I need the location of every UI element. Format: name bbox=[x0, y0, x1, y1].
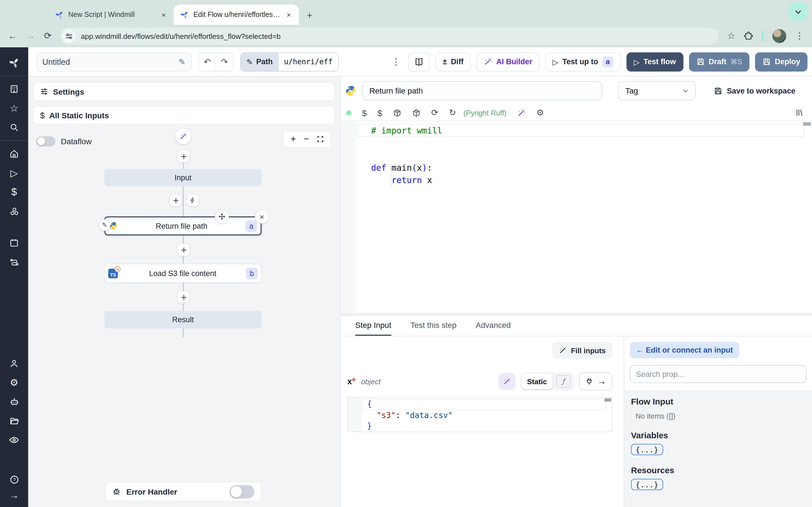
all-static-inputs-button[interactable]: $ All Static Inputs bbox=[33, 106, 335, 124]
undo-button[interactable]: ↶ bbox=[199, 53, 216, 71]
step-a-title: Return file path bbox=[118, 222, 245, 230]
refresh-assistants-icon[interactable]: ↻ bbox=[449, 108, 456, 118]
ai-fill-button[interactable] bbox=[498, 373, 515, 390]
save-to-workspace-button[interactable]: Save to workspace bbox=[714, 87, 795, 95]
delete-step-button[interactable]: × bbox=[255, 210, 269, 224]
sidebar-item-variables[interactable]: $ bbox=[0, 182, 28, 202]
profile-avatar[interactable] bbox=[772, 29, 786, 43]
reload-icon[interactable]: ⟳ bbox=[431, 108, 438, 118]
variables-expand-chip[interactable]: {...} bbox=[631, 444, 663, 455]
package-icon-2[interactable] bbox=[412, 108, 420, 117]
env-variable-icon[interactable]: $ bbox=[362, 108, 367, 117]
sidebar-item-schedules[interactable] bbox=[0, 233, 28, 252]
test-up-to-step-badge: a bbox=[602, 56, 613, 67]
sidebar-item-workers[interactable] bbox=[0, 392, 28, 411]
zoom-out-button[interactable]: − bbox=[304, 134, 309, 144]
connect-input-button[interactable]: → bbox=[579, 372, 612, 390]
sidebar-item-users[interactable] bbox=[0, 354, 28, 373]
search-prop-input[interactable] bbox=[630, 365, 806, 383]
site-settings-icon[interactable] bbox=[62, 29, 76, 43]
magic-wand-icon[interactable] bbox=[517, 108, 525, 117]
test-flow-button[interactable]: ▷ Test flow bbox=[626, 52, 683, 71]
input-node[interactable]: Input bbox=[104, 169, 262, 186]
code-editor[interactable]: # import wmill def main(x): return x bbox=[341, 121, 812, 313]
error-handler-toggle[interactable] bbox=[230, 485, 254, 498]
sidebar-item-favorites[interactable]: ☆ bbox=[0, 99, 28, 118]
extensions-icon[interactable] bbox=[744, 31, 753, 41]
edit-or-connect-button[interactable]: ← Edit or connect an input bbox=[630, 342, 739, 358]
sidebar-item-audit-logs[interactable] bbox=[0, 431, 28, 450]
chrome-menu-icon[interactable]: ⋮ bbox=[795, 32, 804, 41]
sidebar-item-folders[interactable] bbox=[0, 411, 28, 431]
sidebar-item-resources[interactable] bbox=[0, 202, 28, 221]
magic-wand-icon bbox=[503, 378, 511, 385]
sidebar-item-settings[interactable]: ⚙ bbox=[0, 373, 28, 392]
sidebar-item-triggers[interactable] bbox=[0, 252, 28, 272]
fit-view-icon[interactable] bbox=[317, 136, 324, 143]
draft-button[interactable]: Draft ⌘S bbox=[689, 52, 749, 71]
diff-button[interactable]: ± Diff bbox=[435, 52, 471, 71]
sidebar-expand-button[interactable]: → bbox=[0, 489, 28, 503]
tab-advanced[interactable]: Advanced bbox=[476, 321, 511, 336]
browser-tab-edit-flow[interactable]: Edit Flow u/henri/effortless_fl × bbox=[174, 4, 299, 25]
add-step-top-button[interactable] bbox=[177, 150, 190, 163]
sidebar-item-search[interactable] bbox=[0, 118, 28, 137]
step-node-b[interactable]: TS •• Load S3 file content b bbox=[104, 264, 262, 283]
deploy-button[interactable]: Deploy bbox=[755, 52, 808, 71]
browser-tab-new-script[interactable]: New Script | Windmill × bbox=[49, 4, 174, 25]
bookmark-star-icon[interactable]: ☆ bbox=[727, 32, 735, 41]
package-icon[interactable] bbox=[393, 108, 401, 117]
move-step-button[interactable] bbox=[215, 210, 229, 224]
editor-scrollbar[interactable] bbox=[803, 122, 811, 126]
plug-icon bbox=[585, 378, 593, 385]
sidebar-item-runs[interactable]: ▷ bbox=[0, 163, 28, 182]
back-icon[interactable]: ← bbox=[8, 32, 17, 41]
flow-settings-button[interactable]: Settings bbox=[33, 82, 335, 101]
docs-button[interactable] bbox=[408, 52, 430, 71]
redo-button[interactable]: ↷ bbox=[216, 53, 233, 71]
test-up-to-button[interactable]: ▷ Test up to a bbox=[545, 52, 621, 71]
sidebar-item-help[interactable]: ? bbox=[0, 470, 28, 489]
step-name-input[interactable] bbox=[362, 81, 602, 100]
zoom-in-button[interactable]: + bbox=[291, 134, 296, 144]
pane-resize-handle[interactable] bbox=[341, 313, 812, 316]
resources-expand-chip[interactable]: {...} bbox=[631, 479, 663, 490]
forward-icon[interactable]: → bbox=[26, 32, 35, 41]
magic-wand-icon bbox=[559, 346, 566, 354]
sidebar-item-workspace[interactable] bbox=[0, 79, 28, 99]
arg-controls: Static ƒ → bbox=[498, 372, 612, 390]
more-options-icon[interactable]: ⋮ bbox=[389, 56, 403, 67]
json-arg-editor[interactable]: { "s3": "data.csv" } bbox=[347, 397, 612, 432]
tab-step-input[interactable]: Step Input bbox=[355, 321, 391, 336]
edit-step-pencil-button[interactable]: ✎ bbox=[99, 219, 110, 231]
fx-mode-button[interactable]: ƒ bbox=[556, 375, 571, 388]
add-step-button[interactable] bbox=[177, 291, 190, 304]
static-mode-button[interactable]: Static bbox=[521, 374, 553, 389]
add-step-button[interactable] bbox=[169, 194, 182, 207]
tab-close-icon[interactable]: × bbox=[160, 10, 167, 19]
fill-inputs-button[interactable]: Fill inputs bbox=[552, 342, 612, 359]
result-node[interactable]: Result bbox=[104, 311, 262, 328]
dataflow-toggle[interactable] bbox=[36, 136, 55, 147]
windmill-logo[interactable] bbox=[0, 53, 28, 72]
tab-search-chevron-button[interactable] bbox=[788, 2, 808, 21]
library-icon[interactable] bbox=[795, 108, 804, 117]
reload-icon[interactable]: ⟳ bbox=[44, 32, 52, 41]
add-step-button[interactable] bbox=[177, 243, 190, 256]
new-tab-button[interactable]: + bbox=[307, 10, 312, 21]
magic-wand-icon bbox=[484, 57, 492, 66]
graph-ai-button[interactable] bbox=[175, 128, 191, 144]
tag-select[interactable]: Tag bbox=[618, 81, 696, 100]
add-trigger-button[interactable] bbox=[186, 194, 199, 207]
path-widget[interactable]: ✎Path u/henri/eff bbox=[240, 52, 339, 71]
error-handler-card[interactable]: Error Handler bbox=[105, 482, 262, 501]
sidebar-item-home[interactable] bbox=[0, 144, 28, 163]
editor-settings-gear-icon[interactable]: ⚙ bbox=[536, 108, 544, 118]
step-node-a[interactable]: Return file path a bbox=[104, 216, 262, 235]
ai-builder-button[interactable]: AI Builder bbox=[476, 52, 540, 71]
tab-test-this-step[interactable]: Test this step bbox=[410, 321, 456, 336]
flow-name-field[interactable]: Untitled ✎ bbox=[36, 52, 192, 71]
url-bar[interactable]: app.windmill.dev/flows/edit/u/henri/effo… bbox=[61, 27, 718, 45]
tab-close-icon[interactable]: × bbox=[286, 10, 292, 19]
env-variable-icon-2[interactable]: $ bbox=[377, 108, 382, 117]
